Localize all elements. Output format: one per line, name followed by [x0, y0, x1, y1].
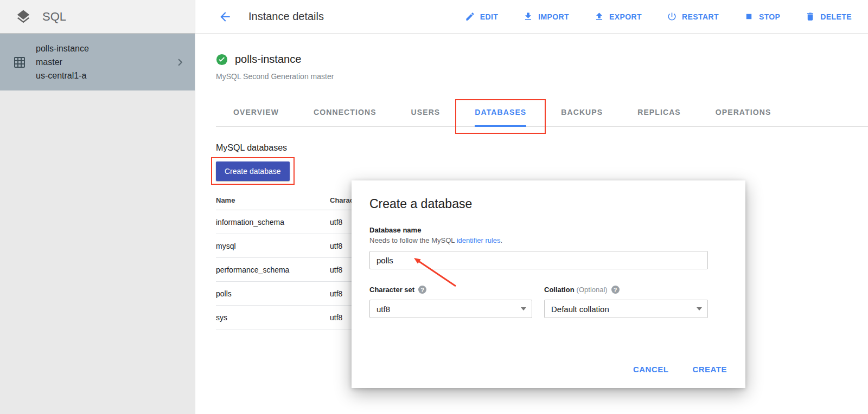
back-button[interactable] [216, 8, 234, 26]
charset-value: utf8 [376, 305, 390, 314]
sidebar-instance-zone: us-central1-a [36, 69, 89, 82]
column-header-name: Name [216, 193, 330, 210]
stop-label: STOP [759, 12, 780, 21]
sidebar: polls-instance master us-central1-a [0, 34, 195, 414]
create-database-button[interactable]: Create database [216, 161, 290, 181]
delete-button[interactable]: DELETE [805, 11, 852, 22]
help-icon[interactable] [418, 286, 426, 294]
sidebar-instance-text: polls-instance master us-central1-a [36, 42, 89, 82]
edit-button[interactable]: EDIT [465, 11, 499, 22]
header-actions: EDIT IMPORT EXPORT RESTART STOP [465, 11, 852, 22]
instance-subtitle: MySQL Second Generation master [216, 72, 868, 81]
stop-button[interactable]: STOP [744, 11, 780, 22]
sidebar-instance-name: polls-instance [36, 42, 89, 55]
restart-button[interactable]: RESTART [667, 11, 719, 22]
instance-tabs: OVERVIEW CONNECTIONS USERS DATABASES BAC… [216, 98, 868, 127]
tab-databases[interactable]: DATABASES [475, 98, 526, 126]
instance-name: polls-instance [235, 53, 301, 66]
product-name: SQL [42, 10, 66, 24]
help-icon[interactable] [611, 286, 620, 294]
collation-label: Collation [544, 286, 575, 294]
collation-value: Default collation [551, 305, 609, 314]
db-name-cell: polls [216, 282, 330, 306]
import-button[interactable]: IMPORT [523, 11, 569, 22]
edit-label: EDIT [480, 12, 499, 21]
tab-backups[interactable]: BACKUPS [561, 98, 603, 126]
instance-header: polls-instance MySQL Second Generation m… [216, 34, 868, 81]
charset-label: Character set [369, 286, 414, 294]
tab-operations[interactable]: OPERATIONS [716, 98, 771, 126]
page-header: Instance details EDIT IMPORT EXPORT REST… [195, 0, 868, 34]
db-name-cell: sys [216, 306, 330, 329]
stop-icon [744, 11, 754, 22]
identifier-rules-link[interactable]: identifier rules [457, 236, 501, 244]
sidebar-instance-item[interactable]: polls-instance master us-central1-a [0, 34, 195, 90]
tab-users[interactable]: USERS [411, 98, 441, 126]
charset-field: Character set utf8 [369, 286, 532, 318]
dropdown-caret-icon [521, 307, 526, 310]
top-bar: SQL Instance details EDIT IMPORT EXPORT [0, 0, 868, 34]
database-name-label: Database name [369, 226, 708, 234]
create-button[interactable]: CREATE [692, 365, 727, 374]
product-header: SQL [0, 0, 195, 34]
power-icon [667, 11, 677, 22]
export-button[interactable]: EXPORT [594, 11, 642, 22]
tab-connections[interactable]: CONNECTIONS [314, 98, 376, 126]
db-name-cell: information_schema [216, 210, 330, 234]
tab-replicas[interactable]: REPLICAS [637, 98, 681, 126]
section-heading: MySQL databases [216, 143, 868, 153]
trash-icon [805, 11, 815, 22]
export-icon [594, 11, 604, 22]
charset-select[interactable]: utf8 [369, 300, 532, 318]
restart-label: RESTART [682, 12, 719, 21]
create-database-dialog: Create a database Database name Needs to… [352, 180, 745, 388]
page-title: Instance details [248, 10, 324, 23]
dropdown-caret-icon [697, 307, 702, 310]
db-name-cell: mysql [216, 234, 330, 258]
cloud-sql-console: SQL Instance details EDIT IMPORT EXPORT [0, 0, 868, 414]
tab-overview[interactable]: OVERVIEW [233, 98, 279, 126]
export-label: EXPORT [609, 12, 642, 21]
collation-optional-label: (Optional) [577, 286, 608, 294]
import-label: IMPORT [538, 12, 569, 21]
sidebar-instance-role: master [36, 55, 89, 69]
arrow-back-icon [218, 10, 232, 24]
database-name-input[interactable] [369, 251, 708, 269]
collation-field: Collation (Optional) Default collation [544, 286, 708, 318]
pencil-icon [465, 11, 475, 22]
delete-label: DELETE [820, 12, 852, 21]
cancel-button[interactable]: CANCEL [633, 365, 669, 374]
grid-icon [13, 56, 26, 69]
db-name-cell: performance_schema [216, 258, 330, 282]
import-icon [523, 11, 533, 22]
dialog-title: Create a database [369, 197, 708, 211]
annotation-box-create-button [211, 157, 295, 185]
chevron-right-icon [173, 55, 187, 69]
cloud-sql-logo-icon [15, 9, 31, 25]
database-name-hint: Needs to follow the MySQL identifier rul… [369, 236, 708, 244]
status-check-icon [216, 54, 228, 66]
collation-select[interactable]: Default collation [544, 300, 708, 318]
dialog-actions: CANCEL CREATE [633, 365, 727, 374]
